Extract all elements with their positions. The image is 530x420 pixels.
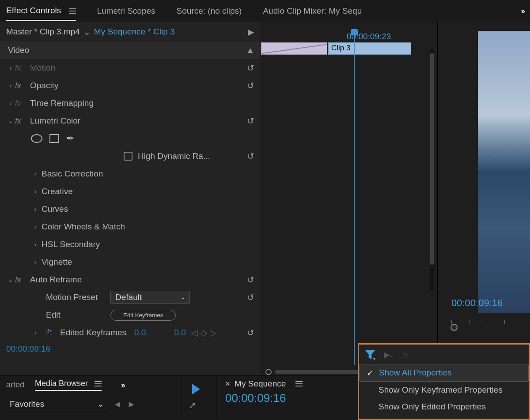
overflow-icon[interactable]: ›› xyxy=(121,380,124,390)
back-icon[interactable]: ◄ xyxy=(113,399,122,409)
hamburger-icon[interactable] xyxy=(295,381,303,386)
clip-segment[interactable]: Clip 3 xyxy=(328,42,411,55)
twirl-icon[interactable]: › xyxy=(31,188,40,195)
clip-header: Master * Clip 3.mp4 ⌄ My Sequence * Clip… xyxy=(0,22,261,41)
chevron-down-icon[interactable]: ⌄ xyxy=(83,27,91,37)
fx-badge-icon[interactable]: fx xyxy=(15,64,28,73)
program-timecode[interactable]: 00:00:09:16 xyxy=(451,297,503,309)
scrollbar-thumb[interactable] xyxy=(430,53,434,265)
master-clip-label[interactable]: Master * Clip 3.mp4 xyxy=(6,27,80,37)
prop-curves[interactable]: ›Curves xyxy=(0,200,261,218)
tab-audio-mixer[interactable]: Audio Clip Mixer: My Sequ xyxy=(263,2,362,20)
reset-icon[interactable]: ↺ xyxy=(247,292,254,303)
twirl-icon[interactable]: › xyxy=(31,259,40,266)
prop-motion-preset: Motion Preset Default ⌄ ↺ xyxy=(0,289,261,306)
reset-icon[interactable]: ↺ xyxy=(247,151,254,161)
tab-label: My Sequence xyxy=(235,379,286,389)
hamburger-icon[interactable] xyxy=(69,8,76,14)
reset-icon[interactable]: ↺ xyxy=(247,116,254,126)
twirl-icon[interactable]: › xyxy=(31,329,40,336)
effect-opacity[interactable]: › fx Opacity ↺ xyxy=(0,77,261,94)
close-icon[interactable]: × xyxy=(225,379,230,389)
twirl-icon[interactable]: › xyxy=(6,82,15,89)
twirl-icon[interactable]: › xyxy=(6,64,15,71)
prop-edited-keyframes[interactable]: › ⏱ Edited Keyframes 0.0 0.0 ◁ ◇ ▷ ↺ xyxy=(0,324,261,341)
effect-motion[interactable]: › fx Motion ↺ xyxy=(0,59,261,77)
twirl-icon[interactable]: › xyxy=(31,170,40,177)
add-keyframe-icon[interactable]: ◇ xyxy=(201,328,207,338)
effect-lumetri-color[interactable]: ⌄ fx Lumetri Color ↺ xyxy=(0,112,261,130)
clip-segment[interactable] xyxy=(261,42,327,55)
fx-badge-icon[interactable]: fx xyxy=(15,81,28,90)
fx-badge-icon[interactable]: fx xyxy=(15,99,28,108)
reset-icon[interactable]: ↺ xyxy=(247,80,254,91)
zoom-handle[interactable] xyxy=(450,324,458,331)
fx-badge-icon[interactable]: fx xyxy=(15,275,28,285)
motion-preset-select[interactable]: Default ⌄ xyxy=(110,291,190,304)
twirl-icon[interactable]: ⌄ xyxy=(6,117,15,124)
prop-vignette[interactable]: ›Vignette xyxy=(0,253,261,271)
edit-keyframes-button[interactable]: Edit Keyframes xyxy=(110,310,176,321)
prop-label: HSL Secondary xyxy=(40,240,254,249)
menu-show-keyframed[interactable]: Show Only Keyframed Properties xyxy=(359,382,529,398)
tab-source[interactable]: Source: (no clips) xyxy=(177,2,242,20)
tab-lumetri-scopes[interactable]: Lumetri Scopes xyxy=(97,2,155,20)
menu-show-all[interactable]: ✓ Show All Properties xyxy=(359,364,529,382)
program-ruler[interactable] xyxy=(451,318,530,326)
prop-hsl-secondary[interactable]: ›HSL Secondary xyxy=(0,236,261,253)
video-section-header[interactable]: Video ▲ xyxy=(0,41,261,59)
tab-media-browser[interactable]: Media Browser xyxy=(35,379,102,391)
reset-icon[interactable]: ↺ xyxy=(247,63,254,73)
ripple-tool-icon[interactable]: ⤢ xyxy=(189,400,212,411)
section-label: Video xyxy=(6,45,246,55)
favorites-select[interactable]: Favorites ⌄ xyxy=(6,397,108,411)
twirl-icon[interactable]: ⌄ xyxy=(6,276,15,283)
prop-basic-correction[interactable]: ›Basic Correction xyxy=(0,165,261,183)
twirl-icon[interactable]: › xyxy=(31,241,40,248)
playhead[interactable] xyxy=(354,30,355,365)
vertical-scrollbar[interactable] xyxy=(430,49,434,291)
tab-effect-controls[interactable]: Effect Controls xyxy=(6,1,76,21)
pen-mask-icon[interactable]: ✒ xyxy=(66,133,74,144)
program-preview[interactable] xyxy=(478,31,530,313)
effect-label: Time Remapping xyxy=(28,98,254,108)
menu-show-edited[interactable]: Show Only Edited Properties xyxy=(359,398,529,415)
prop-creative[interactable]: ›Creative xyxy=(0,183,261,200)
hamburger-icon[interactable] xyxy=(95,381,102,386)
rectangle-mask-icon[interactable] xyxy=(49,134,59,143)
play-icon[interactable]: ▶ xyxy=(248,27,254,37)
next-keyframe-icon[interactable]: ▷ xyxy=(210,328,216,338)
mini-timeline[interactable]: 00:00:09:23 Clip 3 xyxy=(261,22,437,375)
keyframe-value-y[interactable]: 0.0 xyxy=(174,328,186,338)
check-icon: ✓ xyxy=(367,368,374,378)
forward-icon[interactable]: ► xyxy=(127,399,136,409)
panel-timecode[interactable]: 00:00:09:16 xyxy=(0,341,261,356)
keyframe-value-x[interactable]: 0.0 xyxy=(134,328,146,338)
twirl-icon[interactable]: › xyxy=(6,100,15,107)
fx-badge-icon[interactable]: fx xyxy=(15,116,28,126)
effect-auto-reframe[interactable]: ⌄ fx Auto Reframe ↺ xyxy=(0,271,261,289)
selection-tool-icon[interactable] xyxy=(189,382,203,396)
reset-icon[interactable]: ↺ xyxy=(247,327,254,338)
collapse-icon[interactable]: ▲ xyxy=(246,45,254,55)
overflow-icon[interactable]: ›› xyxy=(521,6,524,16)
hdr-checkbox[interactable] xyxy=(124,152,132,161)
twirl-icon[interactable]: › xyxy=(31,223,40,230)
prev-keyframe-icon[interactable]: ◁ xyxy=(191,328,198,338)
export-icon[interactable]: ⎋ xyxy=(403,350,408,360)
tab-started[interactable]: arted xyxy=(6,380,24,390)
effect-time-remapping[interactable]: › fx Time Remapping xyxy=(0,94,261,112)
filter-button[interactable]: ▾ xyxy=(365,350,375,359)
effect-label: Opacity xyxy=(28,81,247,90)
reset-icon[interactable]: ↺ xyxy=(247,274,254,285)
prop-label: Edited Keyframes xyxy=(58,328,129,338)
sequence-clip-label[interactable]: My Sequence * Clip 3 xyxy=(94,27,175,37)
ellipse-mask-icon[interactable] xyxy=(31,134,42,143)
zoom-handle-left[interactable] xyxy=(265,369,272,375)
stopwatch-icon[interactable]: ⏱ xyxy=(45,328,53,338)
prop-color-wheels[interactable]: ›Color Wheels & Match xyxy=(0,218,261,236)
play-audio-icon[interactable]: ▶♪ xyxy=(384,350,394,360)
lower-tab-bar: arted Media Browser ›› xyxy=(0,375,177,394)
tools-panel: ⤢ xyxy=(177,375,216,419)
twirl-icon[interactable]: › xyxy=(31,206,40,213)
